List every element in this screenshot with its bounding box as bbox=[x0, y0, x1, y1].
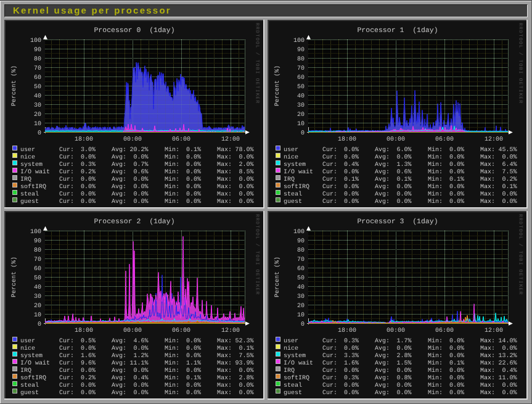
svg-text:softIRQ: softIRQ bbox=[20, 183, 46, 191]
svg-text:0.0%: 0.0% bbox=[502, 390, 517, 397]
svg-text:100: 100 bbox=[30, 229, 41, 236]
svg-text:Max:: Max: bbox=[217, 368, 232, 374]
svg-text:system: system bbox=[284, 162, 306, 168]
svg-text:Max:: Max: bbox=[480, 199, 495, 205]
svg-text:Max:: Max: bbox=[480, 382, 495, 389]
svg-text:Avg:: Avg: bbox=[112, 162, 126, 168]
svg-text:0.0%: 0.0% bbox=[344, 169, 359, 176]
svg-text:0.0%: 0.0% bbox=[449, 353, 464, 360]
svg-text:30: 30 bbox=[297, 102, 305, 109]
svg-text:user: user bbox=[20, 338, 35, 345]
svg-text:Min:: Min: bbox=[165, 146, 179, 154]
svg-text:I/O wait: I/O wait bbox=[284, 360, 313, 367]
svg-text:Min:: Min: bbox=[428, 337, 443, 345]
svg-text:100: 100 bbox=[293, 38, 305, 44]
svg-text:40: 40 bbox=[34, 284, 41, 291]
svg-text:0.0%: 0.0% bbox=[186, 169, 201, 176]
svg-text:0.0%: 0.0% bbox=[81, 345, 96, 352]
svg-text:softIRQ: softIRQ bbox=[284, 183, 309, 191]
svg-text:10: 10 bbox=[34, 312, 41, 319]
svg-text:2.8%: 2.8% bbox=[239, 375, 253, 382]
svg-text:0.0%: 0.0% bbox=[449, 338, 464, 345]
svg-text:9.6%: 9.6% bbox=[81, 360, 96, 367]
svg-text:0.0%: 0.0% bbox=[239, 368, 253, 374]
svg-text:RRDTOOL / TOBI OETIKER: RRDTOOL / TOBI OETIKER bbox=[255, 214, 260, 295]
svg-text:Min:: Min: bbox=[428, 367, 443, 374]
svg-text:60: 60 bbox=[34, 266, 41, 273]
svg-text:Avg:: Avg: bbox=[375, 382, 390, 389]
svg-text:Cur:: Cur: bbox=[59, 375, 74, 382]
svg-text:Avg:: Avg: bbox=[112, 353, 126, 360]
svg-text:45.5%: 45.5% bbox=[498, 147, 517, 154]
svg-text:40: 40 bbox=[297, 93, 305, 100]
svg-text:Max:: Max: bbox=[480, 345, 495, 352]
svg-text:93.9%: 93.9% bbox=[235, 360, 253, 367]
svg-text:06:00: 06:00 bbox=[435, 136, 454, 143]
svg-text:Min:: Min: bbox=[428, 382, 443, 389]
svg-text:Avg:: Avg: bbox=[112, 368, 126, 374]
svg-text:Min:: Min: bbox=[428, 146, 443, 154]
svg-text:1.7%: 1.7% bbox=[396, 338, 411, 345]
svg-text:Cur:: Cur: bbox=[59, 184, 74, 191]
svg-text:0.0%: 0.0% bbox=[449, 191, 464, 198]
svg-text:Max:: Max: bbox=[217, 390, 232, 397]
svg-text:steal: steal bbox=[284, 191, 302, 198]
svg-text:Cur:: Cur: bbox=[59, 162, 74, 168]
svg-text:80: 80 bbox=[297, 247, 305, 254]
svg-text:Cur:: Cur: bbox=[59, 154, 74, 161]
svg-text:Cur:: Cur: bbox=[59, 338, 74, 345]
svg-text:2.8%: 2.8% bbox=[396, 353, 411, 360]
svg-text:Percent (%): Percent (%) bbox=[10, 257, 18, 297]
svg-text:Avg:: Avg: bbox=[375, 176, 390, 183]
svg-text:Cur:: Cur: bbox=[322, 353, 337, 360]
svg-text:0: 0 bbox=[301, 321, 305, 328]
svg-text:nice: nice bbox=[20, 154, 35, 161]
svg-text:Max:: Max: bbox=[480, 154, 495, 161]
svg-text:50: 50 bbox=[34, 84, 41, 91]
svg-text:Avg:: Avg: bbox=[375, 375, 390, 382]
svg-text:Max:: Max: bbox=[217, 360, 232, 367]
svg-text:Avg:: Avg: bbox=[375, 390, 390, 397]
svg-text:3.0%: 3.0% bbox=[81, 147, 96, 154]
svg-text:IRQ: IRQ bbox=[284, 176, 295, 183]
svg-text:Max:: Max: bbox=[217, 169, 232, 176]
svg-text:Cur:: Cur: bbox=[322, 191, 337, 198]
svg-text:Min:: Min: bbox=[165, 367, 179, 374]
svg-text:0.0%: 0.0% bbox=[239, 390, 253, 397]
svg-text:Cur:: Cur: bbox=[322, 162, 337, 168]
svg-text:RRDTOOL / TOBI OETIKER: RRDTOOL / TOBI OETIKER bbox=[255, 23, 260, 104]
svg-text:0.0%: 0.0% bbox=[133, 390, 148, 397]
svg-text:guest: guest bbox=[20, 390, 39, 397]
svg-text:4.6%: 4.6% bbox=[133, 338, 148, 345]
svg-text:6.4%: 6.4% bbox=[502, 162, 517, 168]
svg-text:Max:: Max: bbox=[217, 353, 232, 360]
svg-text:100: 100 bbox=[293, 229, 305, 236]
svg-text:1.1%: 1.1% bbox=[186, 360, 201, 367]
svg-text:Avg:: Avg: bbox=[112, 360, 126, 367]
svg-text:Cur:: Cur: bbox=[322, 184, 337, 191]
svg-text:70: 70 bbox=[297, 65, 305, 72]
svg-text:90: 90 bbox=[297, 238, 305, 245]
svg-text:steal: steal bbox=[284, 382, 302, 389]
svg-text:12:00: 12:00 bbox=[485, 136, 503, 143]
svg-text:Avg:: Avg: bbox=[375, 169, 390, 176]
svg-text:0.0%: 0.0% bbox=[396, 199, 411, 205]
svg-text:1.6%: 1.6% bbox=[344, 360, 359, 367]
svg-text:0.0%: 0.0% bbox=[239, 199, 253, 205]
svg-text:0.0%: 0.0% bbox=[186, 338, 201, 345]
svg-text:RRDTOOL / TOBI OETIKER: RRDTOOL / TOBI OETIKER bbox=[518, 23, 523, 104]
svg-text:Max:: Max: bbox=[217, 176, 232, 183]
svg-text:Cur:: Cur: bbox=[322, 147, 337, 154]
svg-text:Min:: Min: bbox=[165, 154, 179, 161]
svg-text:0.0%: 0.0% bbox=[344, 345, 359, 352]
svg-text:0.0%: 0.0% bbox=[81, 390, 96, 397]
svg-text:1.6%: 1.6% bbox=[81, 353, 96, 360]
svg-text:0.0%: 0.0% bbox=[344, 368, 359, 374]
svg-text:18:00: 18:00 bbox=[338, 136, 356, 143]
svg-text:Avg:: Avg: bbox=[375, 368, 390, 374]
svg-text:8.5%: 8.5% bbox=[239, 169, 253, 176]
svg-text:system: system bbox=[284, 353, 306, 360]
svg-text:Avg:: Avg: bbox=[112, 154, 126, 161]
svg-text:Cur:: Cur: bbox=[59, 390, 74, 397]
svg-text:0: 0 bbox=[38, 321, 41, 328]
